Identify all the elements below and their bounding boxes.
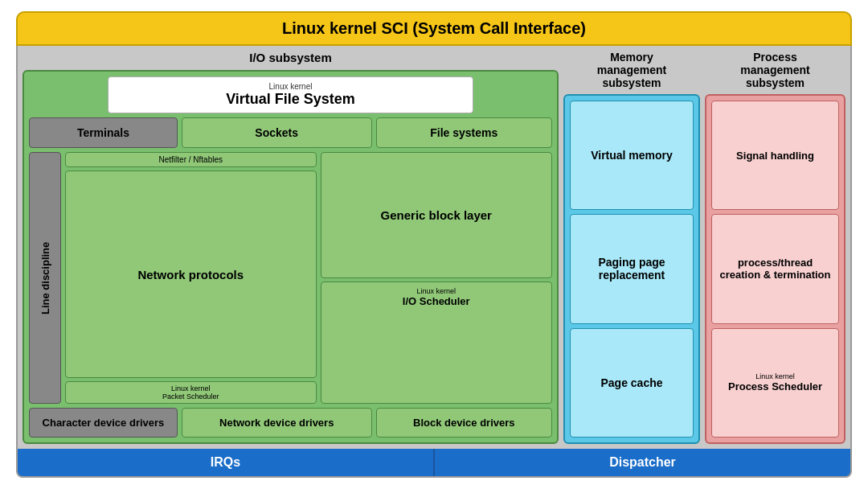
io-inner: Linux kernel Virtual File System Termina… — [23, 70, 559, 444]
sci-bold: SCI (System Call Interface) — [381, 19, 586, 37]
pkt-scheduler: Packet Scheduler — [70, 392, 312, 401]
sci-bar: Linux kernel SCI (System Call Interface) — [16, 11, 852, 46]
io-scheduler-box: Linux kernel I/O Scheduler — [321, 281, 552, 405]
io-section: I/O subsystem Linux kernel Virtual File … — [23, 51, 559, 444]
bottom-bar: IRQs Dispatcher — [16, 449, 852, 478]
block-device-box: Block device drivers — [376, 408, 552, 438]
generic-block-box: Generic block layer — [321, 152, 552, 278]
dispatcher-bar: Dispatcher — [435, 449, 850, 476]
diagram-wrapper: Linux kernel SCI (System Call Interface)… — [16, 11, 852, 478]
sockets-box: Sockets — [182, 117, 372, 148]
mem-section: Memory management subsystem Virtual memo… — [563, 51, 700, 444]
network-col: Netfilter / Nftables Network protocols L… — [65, 152, 317, 404]
proc-label: Process management subsystem — [705, 51, 845, 91]
vfs-big: Virtual File System — [117, 91, 465, 108]
char-device-box: Character device drivers — [29, 408, 178, 438]
proc-inner: Signal handling process/thread creation … — [705, 94, 845, 444]
paging-box: Paging page replacement — [570, 214, 694, 323]
io-label: I/O subsystem — [23, 51, 559, 67]
proc-scheduler-small: Linux kernel — [755, 372, 795, 380]
page-cache-box: Page cache — [570, 328, 694, 438]
signal-handling-box: Signal handling — [711, 101, 839, 210]
io-scheduler-small: Linux kernel — [326, 287, 547, 295]
mem-inner: Virtual memory Paging page replacement P… — [563, 94, 700, 444]
main-body: I/O subsystem Linux kernel Virtual File … — [16, 46, 852, 449]
io-row1: Terminals Sockets File systems — [29, 117, 552, 148]
thread-creation-box: process/thread creation & termination — [711, 214, 839, 323]
sci-prefix: Linux kernel — [282, 19, 377, 37]
irqs-bar: IRQs — [18, 449, 435, 476]
netfilter-box: Netfilter / Nftables — [65, 152, 317, 167]
process-scheduler-box: Linux kernel Process Scheduler — [711, 328, 839, 438]
line-discipline-box: Line discipline — [29, 152, 61, 404]
filesystems-box: File systems — [376, 117, 552, 148]
io-row3: Character device drivers Network device … — [29, 408, 552, 438]
vfs-box: Linux kernel Virtual File System — [108, 76, 474, 113]
pkt-scheduler-box: Linux kernel Packet Scheduler — [65, 381, 317, 404]
terminals-box: Terminals — [29, 117, 178, 148]
io-scheduler: I/O Scheduler — [326, 295, 547, 307]
virtual-memory-box: Virtual memory — [570, 101, 694, 210]
io-row2: Line discipline Netfilter / Nftables Net… — [29, 152, 552, 404]
vfs-small: Linux kernel — [117, 82, 465, 91]
proc-scheduler: Process Scheduler — [728, 380, 822, 392]
mem-label: Memory management subsystem — [563, 51, 700, 91]
pkt-scheduler-small: Linux kernel — [70, 384, 312, 392]
net-device-box: Network device drivers — [182, 408, 372, 438]
proc-section: Process management subsystem Signal hand… — [705, 51, 845, 444]
block-col: Generic block layer Linux kernel I/O Sch… — [321, 152, 552, 404]
network-protocols-box: Network protocols — [65, 171, 317, 378]
